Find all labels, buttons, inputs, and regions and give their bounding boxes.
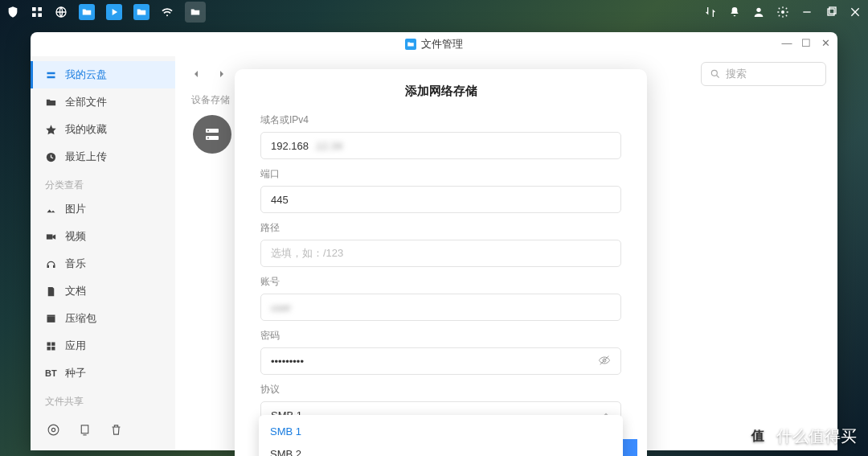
svg-rect-22 bbox=[81, 425, 88, 433]
system-top-bar bbox=[0, 0, 868, 24]
sidebar-item-favorites[interactable]: 我的收藏 bbox=[31, 116, 175, 143]
sidebar-item-label: 应用 bbox=[65, 339, 86, 353]
sys-close-icon[interactable] bbox=[849, 6, 862, 18]
search-icon bbox=[710, 68, 721, 80]
storage-disk-icon[interactable] bbox=[193, 115, 231, 154]
sidebar-item-docs[interactable]: 文档 bbox=[31, 277, 175, 305]
search-placeholder: 搜索 bbox=[726, 67, 747, 81]
sidebar-item-torrents[interactable]: BT 种子 bbox=[31, 359, 175, 387]
path-input[interactable]: 选填，如：/123 bbox=[260, 240, 621, 267]
protocol-label: 协议 bbox=[260, 383, 621, 396]
settings-icon[interactable] bbox=[47, 423, 60, 439]
sidebar-item-my-cloud[interactable]: 我的云盘 bbox=[31, 61, 175, 88]
watermark: 值 什么值得买 bbox=[746, 424, 857, 448]
svg-rect-8 bbox=[828, 9, 834, 15]
taskbar-folder2-icon[interactable] bbox=[133, 4, 149, 20]
app-icon bbox=[405, 39, 416, 50]
sidebar-item-videos[interactable]: 视频 bbox=[31, 223, 175, 250]
sidebar-item-label: 最近上传 bbox=[65, 150, 107, 164]
svg-rect-17 bbox=[51, 342, 55, 345]
watermark-text: 什么值得买 bbox=[776, 425, 857, 447]
transfer-icon[interactable] bbox=[704, 6, 717, 18]
device-icon[interactable] bbox=[78, 423, 92, 439]
sys-restore-icon[interactable] bbox=[825, 6, 837, 18]
svg-point-23 bbox=[711, 70, 717, 76]
svg-rect-13 bbox=[47, 234, 53, 239]
svg-point-20 bbox=[51, 428, 55, 431]
host-input[interactable]: 192.168.12.34 bbox=[260, 132, 621, 159]
svg-rect-16 bbox=[47, 342, 51, 345]
sidebar-item-label: 我的云盘 bbox=[65, 68, 107, 82]
sidebar-item-recent[interactable]: 最近上传 bbox=[31, 143, 175, 170]
watermark-badge: 值 bbox=[746, 424, 770, 448]
trash-icon[interactable] bbox=[109, 423, 123, 439]
sys-minimize-icon[interactable] bbox=[800, 6, 813, 18]
svg-point-26 bbox=[207, 130, 209, 132]
protocol-dropdown: SMB 1 SMB 2 SMB 3 bbox=[259, 415, 623, 456]
search-input[interactable]: 搜索 bbox=[701, 62, 826, 86]
svg-rect-15 bbox=[47, 314, 55, 316]
path-label: 路径 bbox=[260, 221, 621, 235]
sidebar: 我的云盘 全部文件 我的收藏 最近上传 分类查看 图片 视频 bbox=[31, 56, 175, 450]
win-close-icon[interactable]: ✕ bbox=[820, 37, 831, 49]
account-input[interactable]: user bbox=[260, 294, 621, 321]
sidebar-item-images[interactable]: 图片 bbox=[31, 195, 175, 223]
account-label: 账号 bbox=[260, 275, 621, 289]
svg-point-21 bbox=[48, 425, 59, 435]
file-manager-window: 文件管理 — ☐ ✕ 我的云盘 全部文件 我的收藏 最近上传 bbox=[31, 32, 837, 450]
sidebar-item-label: 音乐 bbox=[65, 257, 86, 271]
sidebar-item-label: 图片 bbox=[65, 202, 86, 216]
taskbar-folder-icon[interactable] bbox=[79, 4, 95, 20]
user-icon[interactable] bbox=[752, 6, 765, 18]
port-label: 端口 bbox=[260, 167, 621, 181]
protocol-option[interactable]: SMB 1 bbox=[259, 420, 623, 442]
sidebar-item-label: 压缩包 bbox=[65, 311, 96, 326]
bell-icon[interactable] bbox=[728, 6, 741, 18]
sidebar-item-music[interactable]: 音乐 bbox=[31, 250, 175, 277]
win-maximize-icon[interactable]: ☐ bbox=[800, 37, 812, 49]
svg-rect-0 bbox=[32, 7, 36, 11]
svg-rect-7 bbox=[803, 11, 810, 12]
window-titlebar: 文件管理 — ☐ ✕ bbox=[31, 32, 837, 56]
taskbar-active-app-icon[interactable] bbox=[185, 2, 206, 23]
sidebar-item-label: 文档 bbox=[65, 284, 86, 298]
password-label: 密码 bbox=[260, 329, 621, 343]
wifi-icon[interactable] bbox=[161, 6, 174, 18]
bt-prefix: BT bbox=[45, 368, 57, 378]
gear-icon[interactable] bbox=[776, 6, 789, 18]
svg-rect-14 bbox=[47, 316, 55, 322]
win-minimize-icon[interactable]: — bbox=[781, 37, 792, 49]
sidebar-item-archives[interactable]: 压缩包 bbox=[31, 305, 175, 332]
svg-rect-1 bbox=[38, 7, 42, 11]
taskbar-play-icon[interactable] bbox=[106, 4, 122, 20]
sidebar-item-all-files[interactable]: 全部文件 bbox=[31, 88, 175, 116]
svg-point-6 bbox=[781, 10, 784, 14]
protocol-option[interactable]: SMB 2 bbox=[259, 442, 623, 456]
shield-icon[interactable] bbox=[6, 6, 19, 18]
svg-rect-19 bbox=[51, 347, 55, 350]
svg-rect-3 bbox=[38, 13, 42, 17]
sidebar-item-label: 种子 bbox=[65, 366, 86, 380]
password-input[interactable]: ••••••••• bbox=[260, 347, 621, 375]
nav-back-button[interactable] bbox=[186, 64, 206, 84]
sidebar-item-apps[interactable]: 应用 bbox=[31, 332, 175, 359]
globe-icon[interactable] bbox=[55, 6, 68, 18]
svg-rect-10 bbox=[47, 72, 55, 74]
sidebar-group-categories: 分类查看 bbox=[31, 170, 175, 195]
svg-rect-11 bbox=[47, 76, 55, 78]
sidebar-group-share: 文件共享 bbox=[31, 387, 175, 412]
nav-forward-button[interactable] bbox=[212, 64, 231, 84]
host-label: 域名或IPv4 bbox=[260, 113, 621, 127]
svg-rect-9 bbox=[829, 7, 836, 14]
apps-icon[interactable] bbox=[31, 6, 43, 18]
window-title: 文件管理 bbox=[421, 37, 463, 51]
port-input[interactable]: 445 bbox=[260, 186, 621, 213]
svg-rect-18 bbox=[47, 347, 51, 350]
svg-point-5 bbox=[756, 8, 760, 12]
add-network-storage-dialog: 添加网络存储 域名或IPv4 192.168.12.34 端口 445 路径 选… bbox=[235, 69, 647, 456]
sidebar-item-label: 全部文件 bbox=[65, 95, 107, 109]
dialog-title: 添加网络存储 bbox=[260, 84, 621, 99]
sidebar-item-label: 视频 bbox=[65, 229, 86, 244]
toggle-password-visibility-icon[interactable] bbox=[598, 354, 611, 369]
sidebar-item-label: 我的收藏 bbox=[65, 122, 107, 137]
